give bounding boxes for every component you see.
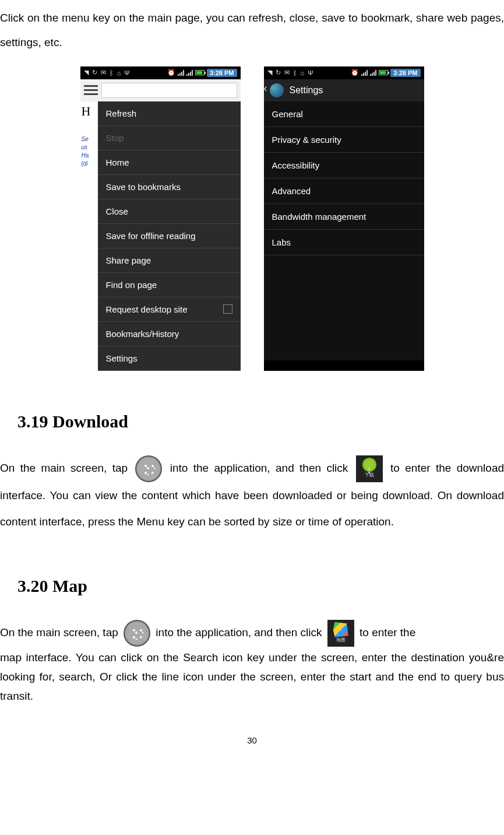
phone-browser-menu: ◥ ↻ ✉ ᛒ ⌂ Ψ ⏰ 3:28 PM H Se [80,66,241,371]
menu-item-label: Save for offline reading [106,231,196,241]
status-bar: ◥ ↻ ✉ ᛒ ⌂ Ψ ⏰ 3:28 PM [264,66,424,79]
bg-letter: H [82,104,97,119]
menu-item-label: Request desktop site [106,304,188,314]
menu-item-save-to-bookmarks[interactable]: Save to bookmarks [98,175,241,199]
hamburger-icon[interactable] [84,85,98,96]
settings-item-labs[interactable]: Labs [264,230,424,255]
menu-item-label: Refresh [106,108,137,118]
browser-toolbar [80,79,241,101]
intro-paragraph: Click on the menu key on the main page, … [0,6,504,55]
menu-item-label: Save to bookmarks [106,182,181,192]
sd-icon: ⌂ [117,69,121,76]
menu-item-label: Settings [106,353,138,363]
signal-icon-2 [370,70,376,76]
battery-icon [379,70,388,75]
menu-item-label: Close [106,206,128,216]
battery-icon [195,70,205,75]
bg-text: Se [82,135,97,143]
text: On the main screen, tap [0,462,133,474]
menu-item-save-for-offline-reading[interactable]: Save for offline reading [98,224,241,248]
settings-item-general[interactable]: General [264,101,424,127]
menu-item-label: Share page [106,255,151,265]
mail-icon: ✉ [101,69,106,76]
usb-icon: Ψ [308,69,313,76]
settings-blank-area [264,255,424,360]
download-paragraph: On the main screen, tap into the applica… [0,455,504,535]
checkbox-icon[interactable] [223,304,232,314]
menu-item-stop: Stop [98,126,241,150]
page-background-sliver: H Se us Ha (di [80,101,98,371]
settings-item-privacy-security[interactable]: Privacy & security [264,127,424,153]
menu-item-home[interactable]: Home [98,150,241,175]
browser-context-menu: RefreshStopHomeSave to bookmarksCloseSav… [98,101,241,371]
menu-item-request-desktop-site[interactable]: Request desktop site [98,297,241,322]
map-app-icon: 地图 [327,620,354,647]
mail-icon: ✉ [284,69,290,76]
settings-title: Settings [290,85,323,96]
status-bar: ◥ ↻ ✉ ᛒ ⌂ Ψ ⏰ 3:28 PM [80,66,241,79]
signal-icon [178,70,184,76]
menu-item-label: Home [106,157,129,167]
page-number: 30 [0,735,504,751]
icon-label: 地图 [327,634,354,645]
menu-item-label: Stop [106,133,124,143]
text: into the application, and then click [156,626,325,638]
menu-item-label: Bookmarks/History [106,329,179,339]
bg-text: (di [82,160,97,168]
sync-icon: ↻ [276,69,281,76]
menu-item-label: Find on page [106,280,157,290]
alarm-icon: ⏰ [167,69,175,76]
menu-item-share-page[interactable]: Share page [98,248,241,273]
map-paragraph: On the main screen, tap into the applica… [0,619,504,706]
bg-text: Ha [82,152,97,160]
screenshots-row: ◥ ↻ ✉ ᛒ ⌂ Ψ ⏰ 3:28 PM H Se [0,66,504,371]
icon-label: 下载 [356,469,383,480]
bg-text: us [82,143,97,152]
menu-item-bookmarks-history[interactable]: Bookmarks/History [98,322,241,346]
alarm-icon: ⏰ [351,69,359,76]
settings-item-accessibility[interactable]: Accessibility [264,153,424,178]
bluetooth-icon: ᛒ [293,69,297,76]
phone-settings: ◥ ↻ ✉ ᛒ ⌂ Ψ ⏰ 3:28 PM Settings GeneralPr… [264,66,424,371]
heading-download: 3.19 Download [17,412,504,431]
menu-item-refresh[interactable]: Refresh [98,101,241,126]
sync-icon: ↻ [92,69,97,76]
sd-icon: ⌂ [301,69,305,76]
apps-grid-icon [135,455,162,482]
clock: 3:28 PM [207,69,237,77]
signal-icon [361,70,368,76]
menu-item-close[interactable]: Close [98,199,241,224]
text: to enter the [360,626,415,638]
settings-list: GeneralPrivacy & securityAccessibilityAd… [264,101,424,255]
settings-item-bandwidth-management[interactable]: Bandwidth management [264,204,424,230]
clock: 3:28 PM [390,69,421,77]
bluetooth-icon: ᛒ [110,69,114,76]
text: into the application, and then click [170,462,354,474]
back-globe-icon[interactable] [270,83,284,97]
wifi-icon: ◥ [84,69,89,76]
menu-item-settings[interactable]: Settings [98,346,241,371]
wifi-icon: ◥ [267,69,272,76]
settings-item-advanced[interactable]: Advanced [264,178,424,204]
text: On the main screen, tap [0,626,121,638]
menu-item-find-on-page[interactable]: Find on page [98,273,241,297]
url-input[interactable] [101,83,237,98]
signal-icon-2 [186,70,193,76]
apps-grid-icon [124,620,150,647]
download-app-icon: 下载 [356,455,383,482]
heading-map: 3.20 Map [17,576,504,596]
text: map interface. You can click on the Sear… [0,648,504,706]
settings-header: Settings [264,79,424,101]
usb-icon: Ψ [124,69,129,76]
